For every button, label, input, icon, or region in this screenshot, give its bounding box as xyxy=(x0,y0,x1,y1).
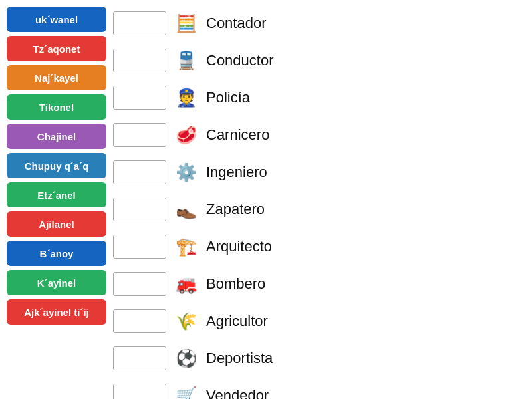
profession-icon-4: 🥩 xyxy=(170,120,202,150)
match-input-10[interactable] xyxy=(113,346,166,370)
profession-icon-2: 🚆 xyxy=(170,46,202,75)
match-row-8: 🚒Bombero xyxy=(113,267,525,301)
profession-label-6: Zapatero xyxy=(206,201,265,218)
match-row-5: ⚙️Ingeniero xyxy=(113,156,525,189)
match-input-8[interactable] xyxy=(113,272,166,296)
match-row-9: 🌾Agricultor xyxy=(113,305,525,338)
match-input-4[interactable] xyxy=(113,123,166,147)
match-row-4: 🥩Carnicero xyxy=(113,118,525,152)
profession-label-11: Vendedor xyxy=(206,387,269,399)
match-input-1[interactable] xyxy=(113,11,166,35)
match-input-3[interactable] xyxy=(113,86,166,110)
profession-label-10: Deportista xyxy=(206,350,273,367)
word-button-11[interactable]: Ajk´ayinel ti´ij xyxy=(7,299,106,325)
word-button-1[interactable]: uk´wanel xyxy=(7,7,106,32)
match-input-11[interactable] xyxy=(113,384,166,399)
profession-icon-7: 🏗️ xyxy=(170,232,202,261)
profession-label-3: Policía xyxy=(206,89,250,106)
word-button-4[interactable]: Tikonel xyxy=(7,94,106,120)
profession-icon-3: 👮 xyxy=(170,83,202,112)
profession-icon-9: 🌾 xyxy=(170,307,202,336)
profession-icon-5: ⚙️ xyxy=(170,158,202,187)
match-input-6[interactable] xyxy=(113,198,166,221)
profession-icon-8: 🚒 xyxy=(170,269,202,299)
word-button-3[interactable]: Naj´kayel xyxy=(7,65,106,90)
word-button-10[interactable]: K´ayinel xyxy=(7,270,106,295)
match-row-2: 🚆Conductor xyxy=(113,44,525,77)
profession-label-8: Bombero xyxy=(206,275,265,293)
word-button-2[interactable]: Tz´aqonet xyxy=(7,36,106,61)
profession-label-1: Contador xyxy=(206,15,267,32)
word-button-5[interactable]: Chajinel xyxy=(7,124,106,149)
profession-label-4: Carnicero xyxy=(206,126,269,144)
match-input-7[interactable] xyxy=(113,235,166,259)
left-word-list: uk´wanelTz´aqonetNaj´kayelTikonelChajine… xyxy=(7,7,106,325)
match-row-1: 🧮Contador xyxy=(113,7,525,40)
profession-icon-10: ⚽ xyxy=(170,344,202,373)
match-input-5[interactable] xyxy=(113,160,166,184)
match-row-7: 🏗️Arquitecto xyxy=(113,230,525,263)
match-row-6: 👞Zapatero xyxy=(113,193,525,226)
profession-icon-11: 🛒 xyxy=(170,381,202,399)
match-input-2[interactable] xyxy=(113,49,166,72)
match-row-11: 🛒Vendedor xyxy=(113,379,525,399)
profession-label-5: Ingeniero xyxy=(206,164,267,181)
word-button-6[interactable]: Chupuy q´a´q xyxy=(7,153,106,178)
profession-label-2: Conductor xyxy=(206,52,274,69)
right-match-list: 🧮Contador🚆Conductor👮Policía🥩Carnicero⚙️I… xyxy=(113,7,525,399)
word-button-9[interactable]: B´anoy xyxy=(7,241,106,266)
match-row-10: ⚽Deportista xyxy=(113,342,525,375)
profession-icon-1: 🧮 xyxy=(170,9,202,38)
profession-label-7: Arquitecto xyxy=(206,238,272,255)
match-row-3: 👮Policía xyxy=(113,81,525,114)
profession-icon-6: 👞 xyxy=(170,195,202,224)
profession-label-9: Agricultor xyxy=(206,313,268,330)
word-button-7[interactable]: Etz´anel xyxy=(7,182,106,207)
match-input-9[interactable] xyxy=(113,309,166,333)
word-button-8[interactable]: Ajilanel xyxy=(7,211,106,237)
